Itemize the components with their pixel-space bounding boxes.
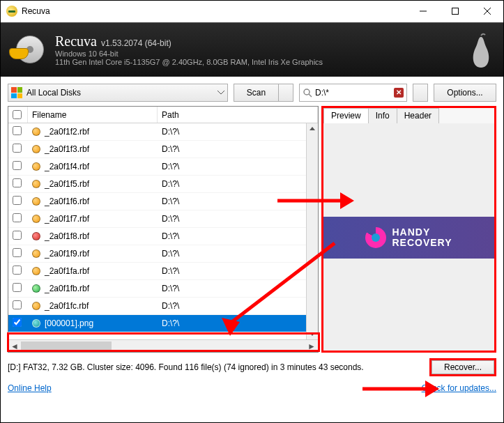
recover-label: Recover... xyxy=(444,362,482,372)
row-filename: _2a0f1f6.rbf xyxy=(28,197,158,206)
windows-icon xyxy=(11,87,22,98)
path-input[interactable]: D:\* ✕ xyxy=(299,84,407,102)
table-row[interactable]: _2a0f1f7.rbfD:\?\ xyxy=(8,210,318,228)
table-row[interactable]: _2a0f1f4.rbfD:\?\ xyxy=(8,158,318,176)
row-path: D:\?\ xyxy=(158,127,318,137)
scroll-thumb[interactable] xyxy=(21,341,112,351)
scroll-left-icon[interactable]: ◄ xyxy=(8,340,21,353)
filename-text: _2a0f1f3.rbf xyxy=(45,144,89,154)
minimize-button[interactable] xyxy=(407,1,439,22)
row-checkbox[interactable] xyxy=(8,161,28,172)
tab-header[interactable]: Header xyxy=(397,108,439,123)
row-checkbox[interactable] xyxy=(8,300,28,312)
row-checkbox[interactable] xyxy=(8,126,28,137)
horizontal-scrollbar[interactable]: ◄ ► xyxy=(8,339,318,352)
preview-panel: Preview Info Header HANDY RECOVERY xyxy=(321,106,496,353)
app-name: Recuva xyxy=(55,33,97,49)
status-dot-icon xyxy=(32,232,40,240)
status-dot-icon xyxy=(32,215,40,223)
os-label: Windows 10 64-bit xyxy=(55,49,323,58)
tab-preview[interactable]: Preview xyxy=(323,108,369,123)
row-filename: _2a0f1f5.rbf xyxy=(28,179,158,189)
status-text: [D:] FAT32, 7.32 GB. Cluster size: 4096.… xyxy=(8,362,422,372)
row-checkbox[interactable] xyxy=(8,178,28,190)
path-value: D:\* xyxy=(315,88,329,98)
row-checkbox[interactable] xyxy=(8,283,28,294)
row-filename: _2a0f1f4.rbf xyxy=(28,162,158,171)
table-row[interactable]: _2a0f1fb.rbfD:\?\ xyxy=(8,280,318,298)
table-row[interactable]: _2a0f1f3.rbfD:\?\ xyxy=(8,141,318,158)
scroll-right-icon[interactable]: ► xyxy=(305,340,318,353)
header-path[interactable]: Path xyxy=(158,107,318,123)
scan-dropdown[interactable] xyxy=(278,84,293,102)
scan-button[interactable]: Scan xyxy=(234,84,278,102)
table-row[interactable]: _2a0f1f9.rbfD:\?\ xyxy=(8,245,318,263)
filename-text: _2a0f1f7.rbf xyxy=(45,214,89,224)
status-dot-icon xyxy=(32,128,40,136)
maximize-button[interactable] xyxy=(439,1,471,22)
online-help-link[interactable]: Online Help xyxy=(8,383,52,393)
app-version: v1.53.2074 (64-bit) xyxy=(101,38,171,48)
row-checkbox[interactable] xyxy=(8,318,28,329)
close-button[interactable] xyxy=(471,1,503,22)
status-dot-icon xyxy=(32,284,40,293)
row-filename: _2a0f1f3.rbf xyxy=(28,144,158,154)
svg-line-5 xyxy=(309,94,312,97)
row-checkbox[interactable] xyxy=(8,196,28,207)
header-checkbox[interactable] xyxy=(8,107,28,123)
table-row[interactable]: _2a0f1f5.rbfD:\?\ xyxy=(8,176,318,193)
vertical-scrollbar[interactable] xyxy=(306,123,318,339)
row-path: D:\?\ xyxy=(158,231,318,241)
table-row[interactable]: [000001].pngD:\?\ xyxy=(8,315,318,332)
ad-spinner-icon xyxy=(365,227,386,248)
row-path: D:\?\ xyxy=(158,144,318,154)
check-updates-link[interactable]: Check for updates... xyxy=(422,383,496,393)
status-dot-icon xyxy=(32,197,40,206)
row-filename: _2a0f1f2.rbf xyxy=(28,127,158,137)
filename-text: _2a0f1f5.rbf xyxy=(45,179,89,189)
row-filename: _2a0f1fc.rbf xyxy=(28,301,158,311)
header-filename[interactable]: Filename xyxy=(28,107,158,123)
row-checkbox[interactable] xyxy=(8,213,28,224)
row-filename: _2a0f1f8.rbf xyxy=(28,231,158,241)
file-list: Filename Path _2a0f1f2.rbfD:\?\_2a0f1f3.… xyxy=(8,106,319,353)
status-dot-icon xyxy=(32,145,40,153)
recover-button[interactable]: Recover... xyxy=(429,358,496,376)
piriform-logo xyxy=(466,33,496,70)
table-row[interactable]: _2a0f1fa.rbfD:\?\ xyxy=(8,263,318,280)
table-row[interactable]: _2a0f1f8.rbfD:\?\ xyxy=(8,228,318,245)
header-text: Recuvav1.53.2074 (64-bit) Windows 10 64-… xyxy=(55,33,323,66)
table-row[interactable]: _2a0f1fc.rbfD:\?\ xyxy=(8,298,318,315)
status-dot-icon xyxy=(32,302,40,310)
options-button[interactable]: Options... xyxy=(434,84,496,102)
list-header: Filename Path xyxy=(8,107,318,123)
row-path: D:\?\ xyxy=(158,162,318,171)
status-dot-icon xyxy=(32,162,40,171)
row-checkbox[interactable] xyxy=(8,248,28,259)
path-dropdown[interactable] xyxy=(413,84,428,102)
tab-info[interactable]: Info xyxy=(368,108,397,123)
svg-rect-1 xyxy=(452,8,459,15)
row-path: D:\?\ xyxy=(158,179,318,189)
row-path: D:\?\ xyxy=(158,301,318,311)
clear-path-icon[interactable]: ✕ xyxy=(394,88,404,98)
table-row[interactable]: _2a0f1f2.rbfD:\?\ xyxy=(8,123,318,141)
filename-text: _2a0f1f2.rbf xyxy=(45,127,89,137)
drive-combo-label: All Local Disks xyxy=(26,88,81,98)
row-checkbox[interactable] xyxy=(8,144,28,155)
row-checkbox[interactable] xyxy=(8,266,28,277)
main-area: Filename Path _2a0f1f2.rbfD:\?\_2a0f1f3.… xyxy=(1,106,503,353)
status-dot-icon xyxy=(32,267,40,275)
row-path: D:\?\ xyxy=(158,284,318,293)
options-label: Options... xyxy=(447,88,482,98)
filename-text: _2a0f1f4.rbf xyxy=(45,162,89,171)
scan-button-label: Scan xyxy=(247,88,266,98)
row-checkbox[interactable] xyxy=(8,231,28,242)
row-filename: _2a0f1fa.rbf xyxy=(28,266,158,276)
drive-combo[interactable]: All Local Disks xyxy=(8,84,228,102)
filename-text: _2a0f1f9.rbf xyxy=(45,249,89,259)
filename-text: _2a0f1fc.rbf xyxy=(45,301,89,311)
ad-line1: HANDY xyxy=(392,227,452,238)
row-path: D:\?\ xyxy=(158,249,318,259)
table-row[interactable]: _2a0f1f6.rbfD:\?\ xyxy=(8,193,318,210)
